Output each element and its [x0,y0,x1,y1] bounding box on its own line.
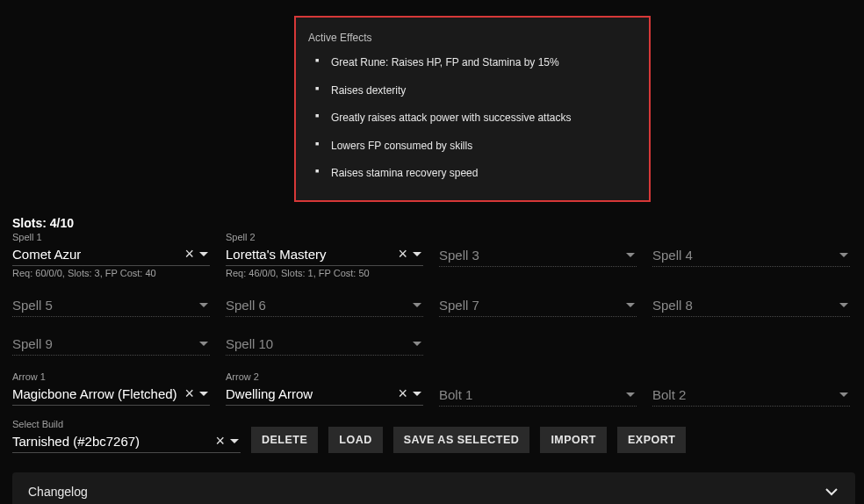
chevron-down-icon [824,488,839,496]
arrow-dropdown[interactable]: Magicbone Arrow (Fletched) × [12,383,210,406]
spell-dropdown[interactable]: Spell 6 [226,294,423,317]
effect-item: Greatly raises attack power with success… [331,112,637,126]
spell-slot-6: Spell 6 [226,294,423,317]
chevron-down-icon[interactable] [838,303,850,308]
spell-dropdown[interactable]: Spell 7 [439,294,637,317]
save-button[interactable]: SAVE AS SELECTED [393,427,530,453]
spell-dropdown[interactable]: Spell 9 [12,333,210,356]
clear-icon[interactable]: × [394,385,411,403]
active-effects-panel: Active Effects Great Rune: Raises HP, FP… [294,16,651,202]
spell-dropdown[interactable]: Spell 8 [652,294,850,317]
spell-placeholder: Spell 8 [652,298,838,313]
spell-placeholder: Spell 6 [226,298,411,313]
effect-item: Lowers FP consumed by skills [331,140,637,154]
arrow-value: Dwelling Arrow [226,386,394,401]
chevron-down-icon[interactable] [411,303,423,308]
spell-slot-1: Spell 1 Comet Azur × Req: 60/0/0, Slots:… [12,232,210,278]
chevron-down-icon[interactable] [838,392,850,398]
active-effects-list: Great Rune: Raises HP, FP and Stamina by… [308,56,637,181]
spell-placeholder: Spell 4 [652,248,838,263]
chevron-down-icon[interactable] [411,252,423,257]
spell-slot-8: Spell 8 [652,294,850,317]
bolt-slot-2: Bolt 2 [652,371,850,407]
field-label: Arrow 2 [226,371,423,382]
effect-item: Raises stamina recovery speed [331,167,637,181]
spell-slot-9: Spell 9 [12,333,210,356]
bolt-dropdown[interactable]: Bolt 2 [652,384,850,407]
chevron-down-icon[interactable] [411,392,423,397]
clear-icon[interactable]: × [181,385,198,403]
import-button[interactable]: IMPORT [540,427,607,453]
spell-req: Req: 46/0/0, Slots: 1, FP Cost: 50 [226,268,423,278]
clear-icon[interactable]: × [212,432,228,450]
spell-dropdown[interactable]: Comet Azur × [12,243,210,266]
spell-slot-4: Spell 4 [652,232,850,278]
spell-value: Comet Azur [12,247,181,262]
spell-placeholder: Spell 10 [226,336,411,351]
spell-value: Loretta's Mastery [226,247,394,262]
chevron-down-icon[interactable] [624,253,637,258]
build-value: Tarnished (#2bc7267) [12,434,212,449]
chevron-down-icon[interactable] [411,342,423,347]
chevron-down-icon[interactable] [624,303,637,308]
chevron-down-icon[interactable] [198,392,210,397]
chevron-down-icon[interactable] [228,439,241,444]
bolt-placeholder: Bolt 2 [652,387,838,402]
field-label: Arrow 1 [12,371,210,382]
spell-dropdown[interactable]: Spell 5 [12,294,210,317]
spell-slot-10: Spell 10 [226,333,423,356]
effect-item: Raises dexterity [331,84,637,98]
spell-slot-5: Spell 5 [12,294,210,317]
arrow-dropdown[interactable]: Dwelling Arrow × [226,383,423,406]
changelog-accordion[interactable]: Changelog [12,472,855,504]
spell-dropdown[interactable]: Spell 3 [439,244,637,267]
clear-icon[interactable]: × [181,245,198,263]
active-effects-title: Active Effects [308,32,637,44]
spell-placeholder: Spell 9 [12,336,198,351]
spell-slot-7: Spell 7 [439,294,637,317]
spell-placeholder: Spell 3 [439,248,624,263]
bolt-placeholder: Bolt 1 [439,387,624,402]
arrow-slot-1: Arrow 1 Magicbone Arrow (Fletched) × [12,371,210,407]
chevron-down-icon[interactable] [198,252,210,257]
spell-dropdown[interactable]: Loretta's Mastery × [226,243,423,266]
arrow-slot-2: Arrow 2 Dwelling Arrow × [226,371,423,407]
load-button[interactable]: LOAD [328,427,382,453]
chevron-down-icon[interactable] [198,303,210,308]
chevron-down-icon[interactable] [838,253,850,258]
changelog-title: Changelog [28,485,88,499]
clear-icon[interactable]: × [394,245,411,263]
delete-button[interactable]: DELETE [251,427,318,453]
arrow-value: Magicbone Arrow (Fletched) [12,386,181,401]
field-label: Spell 1 [12,232,210,242]
spell-slot-2: Spell 2 Loretta's Mastery × Req: 46/0/0,… [226,232,423,278]
spell-dropdown[interactable]: Spell 4 [652,244,850,267]
spell-dropdown[interactable]: Spell 10 [226,333,423,356]
spell-slot-3: Spell 3 [439,232,637,278]
effect-item: Great Rune: Raises HP, FP and Stamina by… [331,56,637,70]
spell-placeholder: Spell 7 [439,298,624,313]
select-build-field: Select Build Tarnished (#2bc7267) × [12,419,241,453]
export-button[interactable]: EXPORT [617,427,686,453]
build-dropdown[interactable]: Tarnished (#2bc7267) × [12,430,241,453]
field-label: Select Build [12,419,241,429]
spell-placeholder: Spell 5 [12,298,198,313]
bolt-slot-1: Bolt 1 [439,371,637,407]
slots-header: Slots: 4/10 [12,216,855,230]
chevron-down-icon[interactable] [198,342,210,347]
spell-req: Req: 60/0/0, Slots: 3, FP Cost: 40 [12,268,210,278]
chevron-down-icon[interactable] [624,392,637,398]
bolt-dropdown[interactable]: Bolt 1 [439,384,637,407]
field-label: Spell 2 [226,232,423,242]
